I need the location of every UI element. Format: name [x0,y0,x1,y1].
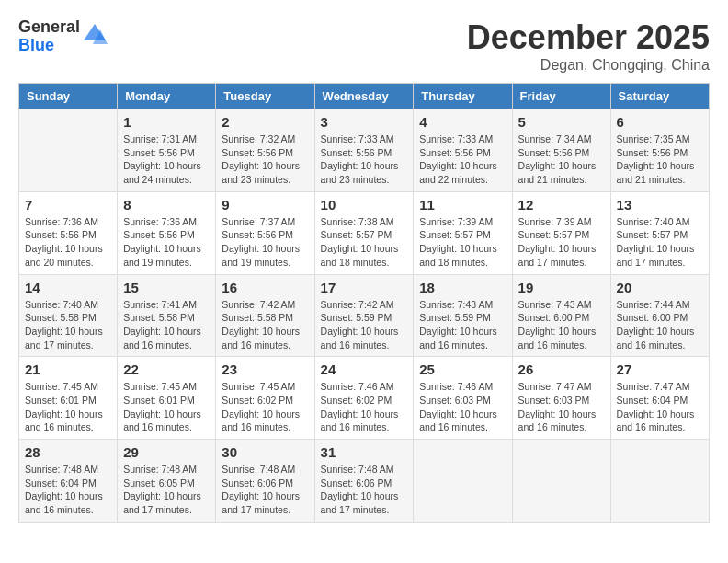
day-info: Sunrise: 7:41 AM Sunset: 5:58 PM Dayligh… [123,298,210,352]
calendar-cell: 17Sunrise: 7:42 AM Sunset: 5:59 PM Dayli… [314,274,414,357]
calendar-cell: 15Sunrise: 7:41 AM Sunset: 5:58 PM Dayli… [118,274,216,357]
day-info: Sunrise: 7:33 AM Sunset: 5:56 PM Dayligh… [419,132,506,187]
day-number: 7 [25,197,111,213]
calendar-cell: 13Sunrise: 7:40 AM Sunset: 5:57 PM Dayli… [610,191,709,274]
day-number: 21 [25,362,111,377]
day-number: 12 [518,197,605,213]
day-info: Sunrise: 7:40 AM Sunset: 5:58 PM Dayligh… [25,298,111,352]
day-info: Sunrise: 7:46 AM Sunset: 6:02 PM Dayligh… [321,380,408,434]
day-info: Sunrise: 7:31 AM Sunset: 5:56 PM Dayligh… [123,132,210,187]
day-info: Sunrise: 7:36 AM Sunset: 5:56 PM Dayligh… [25,215,111,270]
calendar-cell: 5Sunrise: 7:34 AM Sunset: 5:56 PM Daylig… [512,109,610,192]
logo-general: General [18,18,80,37]
calendar-cell: 20Sunrise: 7:44 AM Sunset: 6:00 PM Dayli… [610,274,709,357]
week-row-3: 14Sunrise: 7:40 AM Sunset: 5:58 PM Dayli… [19,274,710,357]
day-info: Sunrise: 7:42 AM Sunset: 5:58 PM Dayligh… [222,298,308,352]
calendar-cell: 30Sunrise: 7:48 AM Sunset: 6:06 PM Dayli… [216,440,314,523]
day-info: Sunrise: 7:48 AM Sunset: 6:06 PM Dayligh… [222,463,308,517]
day-info: Sunrise: 7:47 AM Sunset: 6:04 PM Dayligh… [617,380,703,434]
column-header-sunday: Sunday [19,84,118,109]
day-info: Sunrise: 7:48 AM Sunset: 6:06 PM Dayligh… [321,463,408,517]
day-info: Sunrise: 7:46 AM Sunset: 6:03 PM Dayligh… [419,380,506,434]
day-number: 18 [419,280,506,295]
calendar-cell: 26Sunrise: 7:47 AM Sunset: 6:03 PM Dayli… [512,357,610,440]
column-header-saturday: Saturday [610,84,709,109]
day-number: 22 [123,362,210,377]
day-number: 5 [518,114,605,130]
calendar-cell: 29Sunrise: 7:48 AM Sunset: 6:05 PM Dayli… [118,440,216,523]
calendar-cell: 10Sunrise: 7:38 AM Sunset: 5:57 PM Dayli… [314,191,414,274]
calendar-cell: 21Sunrise: 7:45 AM Sunset: 6:01 PM Dayli… [19,357,118,440]
day-number: 26 [518,362,605,377]
column-header-friday: Friday [512,84,610,109]
day-info: Sunrise: 7:43 AM Sunset: 5:59 PM Dayligh… [419,298,506,352]
day-number: 14 [25,280,111,295]
day-info: Sunrise: 7:35 AM Sunset: 5:56 PM Dayligh… [617,132,703,187]
day-number: 8 [123,197,210,213]
calendar-cell: 18Sunrise: 7:43 AM Sunset: 5:59 PM Dayli… [414,274,512,357]
day-info: Sunrise: 7:33 AM Sunset: 5:56 PM Dayligh… [321,132,408,187]
day-number: 30 [222,444,308,460]
week-row-5: 28Sunrise: 7:48 AM Sunset: 6:04 PM Dayli… [19,440,710,523]
logo-icon [82,22,108,52]
calendar-cell: 12Sunrise: 7:39 AM Sunset: 5:57 PM Dayli… [512,191,610,274]
calendar-cell: 25Sunrise: 7:46 AM Sunset: 6:03 PM Dayli… [414,357,512,440]
calendar-cell [610,440,709,523]
logo: General Blue [18,18,108,55]
calendar-cell: 11Sunrise: 7:39 AM Sunset: 5:57 PM Dayli… [414,191,512,274]
column-header-wednesday: Wednesday [314,84,414,109]
column-header-monday: Monday [118,84,216,109]
title-block: December 2025 Degan, Chongqing, China [467,18,710,74]
day-info: Sunrise: 7:45 AM Sunset: 6:01 PM Dayligh… [25,380,111,434]
day-info: Sunrise: 7:37 AM Sunset: 5:56 PM Dayligh… [222,215,308,270]
week-row-4: 21Sunrise: 7:45 AM Sunset: 6:01 PM Dayli… [19,357,710,440]
day-number: 15 [123,280,210,295]
day-info: Sunrise: 7:39 AM Sunset: 5:57 PM Dayligh… [419,215,506,270]
day-number: 28 [25,444,111,460]
calendar-cell [414,440,512,523]
calendar-cell: 6Sunrise: 7:35 AM Sunset: 5:56 PM Daylig… [610,109,709,192]
week-row-2: 7Sunrise: 7:36 AM Sunset: 5:56 PM Daylig… [19,191,710,274]
calendar-cell: 28Sunrise: 7:48 AM Sunset: 6:04 PM Dayli… [19,440,118,523]
calendar-cell [19,109,118,192]
calendar-cell: 16Sunrise: 7:42 AM Sunset: 5:58 PM Dayli… [216,274,314,357]
week-row-1: 1Sunrise: 7:31 AM Sunset: 5:56 PM Daylig… [19,109,710,192]
day-number: 24 [321,362,408,377]
day-number: 17 [321,280,408,295]
day-info: Sunrise: 7:40 AM Sunset: 5:57 PM Dayligh… [617,215,703,270]
day-info: Sunrise: 7:43 AM Sunset: 6:00 PM Dayligh… [518,298,605,352]
day-number: 4 [419,114,506,130]
day-number: 6 [617,114,703,130]
calendar-cell: 3Sunrise: 7:33 AM Sunset: 5:56 PM Daylig… [314,109,414,192]
day-number: 31 [321,444,408,460]
calendar-cell: 19Sunrise: 7:43 AM Sunset: 6:00 PM Dayli… [512,274,610,357]
day-info: Sunrise: 7:39 AM Sunset: 5:57 PM Dayligh… [518,215,605,270]
day-number: 25 [419,362,506,377]
day-number: 11 [419,197,506,213]
day-number: 16 [222,280,308,295]
day-number: 19 [518,280,605,295]
calendar-cell: 1Sunrise: 7:31 AM Sunset: 5:56 PM Daylig… [118,109,216,192]
calendar-cell: 24Sunrise: 7:46 AM Sunset: 6:02 PM Dayli… [314,357,414,440]
day-number: 1 [123,114,210,130]
day-number: 29 [123,444,210,460]
column-header-tuesday: Tuesday [216,84,314,109]
calendar-table: SundayMondayTuesdayWednesdayThursdayFrid… [18,83,710,523]
page-header: General Blue December 2025 Degan, Chongq… [18,18,710,74]
day-number: 23 [222,362,308,377]
day-number: 20 [617,280,703,295]
column-header-thursday: Thursday [414,84,512,109]
calendar-cell [512,440,610,523]
day-info: Sunrise: 7:48 AM Sunset: 6:05 PM Dayligh… [123,463,210,517]
day-number: 10 [321,197,408,213]
day-info: Sunrise: 7:32 AM Sunset: 5:56 PM Dayligh… [222,132,308,187]
day-info: Sunrise: 7:45 AM Sunset: 6:01 PM Dayligh… [123,380,210,434]
logo-blue: Blue [18,37,80,55]
day-info: Sunrise: 7:38 AM Sunset: 5:57 PM Dayligh… [321,215,408,270]
calendar-cell: 4Sunrise: 7:33 AM Sunset: 5:56 PM Daylig… [414,109,512,192]
calendar-cell: 23Sunrise: 7:45 AM Sunset: 6:02 PM Dayli… [216,357,314,440]
calendar-cell: 22Sunrise: 7:45 AM Sunset: 6:01 PM Dayli… [118,357,216,440]
day-number: 13 [617,197,703,213]
calendar-cell: 2Sunrise: 7:32 AM Sunset: 5:56 PM Daylig… [216,109,314,192]
day-number: 9 [222,197,308,213]
